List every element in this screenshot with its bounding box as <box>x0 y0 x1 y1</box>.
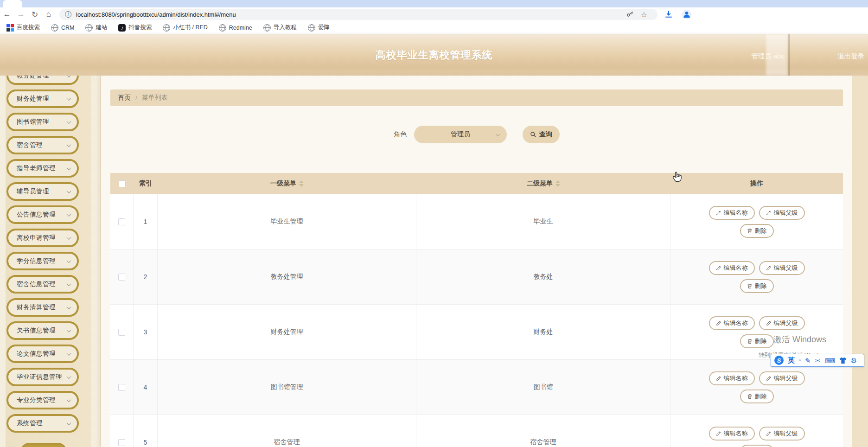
chevron-down-icon <box>67 328 71 332</box>
column-header-index[interactable]: 索引 <box>134 173 158 194</box>
sidebar-item[interactable]: 专业分类管理 <box>6 391 79 409</box>
bookmark-star-icon[interactable]: ☆ <box>641 10 647 19</box>
sidebar-item-menu-list-active[interactable]: 菜单列表 <box>20 443 67 447</box>
back-icon[interactable]: ← <box>0 10 14 19</box>
chevron-down-icon <box>67 305 71 309</box>
row-checkbox[interactable] <box>118 384 125 391</box>
password-key-icon[interactable] <box>626 10 634 19</box>
browser-tab-strip <box>0 0 868 7</box>
sidebar-item[interactable]: 学分信息管理 <box>6 252 79 270</box>
pencil-icon <box>716 210 721 216</box>
sidebar-item[interactable]: 宿舍信息管理 <box>6 275 79 294</box>
sidebar-item[interactable]: 教务处管理 <box>6 76 79 85</box>
chevron-down-icon <box>67 76 71 77</box>
ime-language-toggle[interactable]: 英 <box>788 356 795 365</box>
delete-button[interactable]: 删除 <box>740 224 774 238</box>
download-icon[interactable] <box>664 10 673 19</box>
delete-button[interactable]: 删除 <box>740 279 774 293</box>
edit-name-button[interactable]: 编辑名称 <box>709 261 755 275</box>
bookmark-item[interactable]: 百度搜索 <box>6 24 40 32</box>
logout-link[interactable]: 退出登录 <box>837 52 864 61</box>
baidu-icon <box>6 24 14 32</box>
sidebar-item[interactable]: 论文信息管理 <box>6 345 79 363</box>
bookmark-item[interactable]: 导入教程 <box>263 24 297 32</box>
ime-keyboard-icon[interactable]: ⌨ <box>825 357 835 364</box>
bookmark-item[interactable]: 小红书 / RED <box>163 24 207 32</box>
bookmark-item[interactable]: CRM <box>51 24 74 32</box>
search-button[interactable]: 查询 <box>523 126 560 143</box>
sort-icons[interactable] <box>555 180 560 187</box>
address-bar[interactable]: i localhost:8080/springbootttxcu/admin/d… <box>59 9 657 20</box>
sidebar-item[interactable]: 公告信息管理 <box>6 205 79 224</box>
edit-name-button[interactable]: 编辑名称 <box>709 206 755 220</box>
reload-icon[interactable]: ↻ <box>28 10 42 19</box>
row-checkbox[interactable] <box>118 274 125 281</box>
globe-icon <box>163 24 170 32</box>
ime-logo-icon[interactable]: S <box>774 356 784 365</box>
row-level1-menu: 财务处管理 <box>271 328 303 336</box>
row-level2-menu: 教务处 <box>534 273 553 281</box>
table-row: 5 宿舍管理 宿舍管理 编辑名称 编辑父级 删除 <box>110 415 843 447</box>
delete-button[interactable]: 删除 <box>740 390 774 403</box>
profile-avatar-icon[interactable] <box>682 9 692 19</box>
sidebar-item[interactable]: 财务清算管理 <box>6 298 79 317</box>
sidebar-item[interactable]: 辅导员管理 <box>6 182 79 201</box>
sort-icons[interactable] <box>299 180 304 187</box>
sidebar-item[interactable]: 离校申请管理 <box>6 229 79 247</box>
edit-name-button[interactable]: 编辑名称 <box>709 316 755 330</box>
pencil-icon <box>716 320 721 326</box>
column-header-level1[interactable]: 一级菜单 <box>158 173 416 194</box>
ime-skin-shirt-icon[interactable] <box>839 357 847 364</box>
edit-parent-button[interactable]: 编辑父级 <box>759 206 805 220</box>
chevron-down-icon <box>67 397 71 402</box>
sidebar-item[interactable]: 毕业证信息管理 <box>6 368 79 386</box>
edit-name-button[interactable]: 编辑名称 <box>709 427 755 441</box>
ime-settings-gear-icon[interactable]: ⚙ <box>851 357 857 364</box>
chevron-down-icon <box>67 166 71 170</box>
globe-icon <box>85 24 93 32</box>
edit-parent-button[interactable]: 编辑父级 <box>759 316 805 330</box>
forward-icon[interactable]: → <box>14 10 28 19</box>
site-info-icon[interactable]: i <box>65 11 71 18</box>
bookmark-item[interactable]: 爱降 <box>308 24 330 32</box>
windows-activation-title: 激活 Windows <box>773 334 826 345</box>
sidebar-item[interactable]: 欠书信息管理 <box>6 321 79 340</box>
pencil-icon <box>716 265 721 271</box>
delete-button[interactable]: 删除 <box>740 445 774 447</box>
delete-button[interactable]: 删除 <box>740 334 774 348</box>
sidebar-item[interactable]: 财务处管理 <box>6 89 79 108</box>
edit-parent-button[interactable]: 编辑父级 <box>759 427 805 441</box>
sidebar-item[interactable]: 图书馆管理 <box>6 113 79 131</box>
search-button-label: 查询 <box>539 130 552 139</box>
app-header: 高校毕业生离校管理系统 管理员 abo 退出登录 <box>0 34 868 76</box>
select-all-checkbox[interactable] <box>119 180 126 187</box>
trash-icon <box>747 283 753 289</box>
row-checkbox[interactable] <box>118 329 125 336</box>
column-header-level2[interactable]: 二级菜单 <box>416 173 670 194</box>
sidebar-item[interactable]: 宿舍管理 <box>6 136 79 154</box>
main-content: 首页 / 菜单列表 角色 管理员 查询 索引 一级菜单 <box>101 76 852 447</box>
bookmark-item[interactable]: Redmine <box>219 24 252 32</box>
browser-tab[interactable] <box>3 0 22 7</box>
row-index: 5 <box>144 439 147 446</box>
breadcrumb-home[interactable]: 首页 <box>118 94 131 102</box>
ime-scissors-icon[interactable]: ✂ <box>815 357 821 364</box>
ime-pen-icon[interactable]: ✎ <box>805 357 811 364</box>
ime-toolbar: S 英 ✎ ✂ ⌨ ⚙ <box>771 354 864 367</box>
sidebar-item[interactable]: 指导老师管理 <box>6 159 79 178</box>
row-checkbox[interactable] <box>118 439 125 446</box>
home-icon[interactable]: ⌂ <box>42 10 56 19</box>
edit-parent-button[interactable]: 编辑父级 <box>759 371 805 385</box>
edit-parent-button[interactable]: 编辑父级 <box>759 261 805 275</box>
trash-icon <box>747 338 753 344</box>
edit-name-button[interactable]: 编辑名称 <box>709 371 755 385</box>
bookmark-item[interactable]: 建站 <box>85 24 107 32</box>
sidebar-item[interactable]: 系统管理 <box>6 414 79 433</box>
ime-status-dot <box>799 359 801 361</box>
pencil-icon <box>716 431 721 436</box>
bookmark-item[interactable]: 抖音搜索 <box>118 24 152 32</box>
globe-icon <box>219 24 226 32</box>
role-select[interactable]: 管理员 <box>414 126 507 143</box>
row-index: 3 <box>144 328 147 336</box>
row-checkbox[interactable] <box>118 218 125 225</box>
